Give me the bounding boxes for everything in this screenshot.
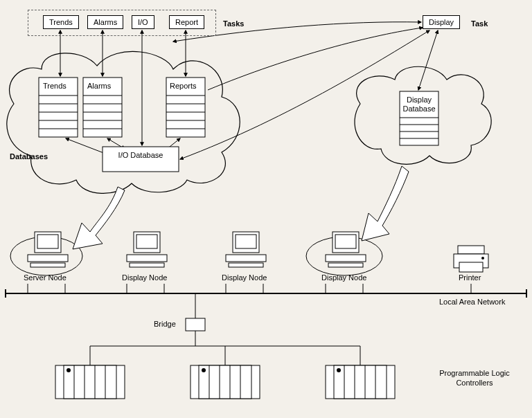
svg-rect-43: [459, 262, 483, 272]
svg-rect-38: [335, 235, 356, 248]
svg-rect-28: [30, 263, 65, 267]
computer-icon: [326, 232, 366, 267]
db-reports-label: Reports: [170, 82, 197, 90]
plc-icon: [326, 365, 395, 399]
task-trends: Trends: [43, 15, 79, 29]
svg-rect-30: [136, 235, 157, 248]
svg-rect-31: [127, 255, 167, 262]
bridge-box: [186, 318, 205, 331]
bridge-label: Bridge: [154, 320, 176, 328]
svg-point-88: [337, 368, 341, 372]
display-task-label: Task: [471, 19, 488, 28]
computer-icon: [226, 232, 266, 267]
svg-rect-32: [130, 263, 164, 267]
task-report: Report: [169, 15, 204, 29]
computer-icon: [127, 232, 167, 267]
svg-point-44: [481, 257, 484, 260]
svg-rect-41: [458, 246, 484, 254]
databases-label: Databases: [10, 152, 48, 161]
task-io: I/O: [132, 15, 154, 29]
plc-icon: [190, 365, 260, 399]
svg-rect-34: [236, 235, 256, 248]
db-display-label: Display Database: [402, 96, 436, 113]
display-node-3-label: Display Node: [321, 273, 366, 282]
svg-rect-36: [229, 263, 263, 267]
cloud-arrow-left: [73, 187, 125, 249]
lan-label: Local Area Network: [439, 298, 505, 306]
svg-rect-39: [326, 255, 366, 262]
plc-label: Programmable Logic Controllers: [436, 368, 513, 388]
display-node-2-label: Display Node: [222, 273, 267, 282]
svg-rect-69: [64, 365, 116, 399]
db-trends-label: Trends: [43, 82, 66, 90]
printer-label: Printer: [459, 273, 481, 282]
svg-rect-35: [226, 255, 266, 262]
server-node-label: Server Node: [24, 273, 66, 282]
svg-point-74: [66, 368, 71, 372]
io-database-label: I/O Database: [107, 151, 174, 160]
display-node-1-label: Display Node: [122, 273, 167, 282]
task-alarms: Alarms: [87, 15, 123, 29]
task-display: Display: [423, 15, 460, 29]
svg-rect-83: [334, 365, 387, 399]
diagram-canvas: [0, 0, 532, 418]
cloud-arrow-right: [362, 166, 409, 241]
printer-icon: [454, 246, 488, 272]
computer-icon: [28, 232, 68, 267]
svg-rect-26: [37, 235, 58, 248]
tasks-label: Tasks: [223, 19, 244, 28]
svg-point-81: [202, 368, 206, 372]
db-alarms-label: Alarms: [87, 82, 111, 90]
svg-rect-76: [199, 365, 251, 399]
svg-line-4: [418, 30, 438, 90]
svg-rect-27: [28, 255, 68, 262]
svg-rect-40: [328, 263, 363, 267]
plc-icon: [55, 365, 125, 399]
